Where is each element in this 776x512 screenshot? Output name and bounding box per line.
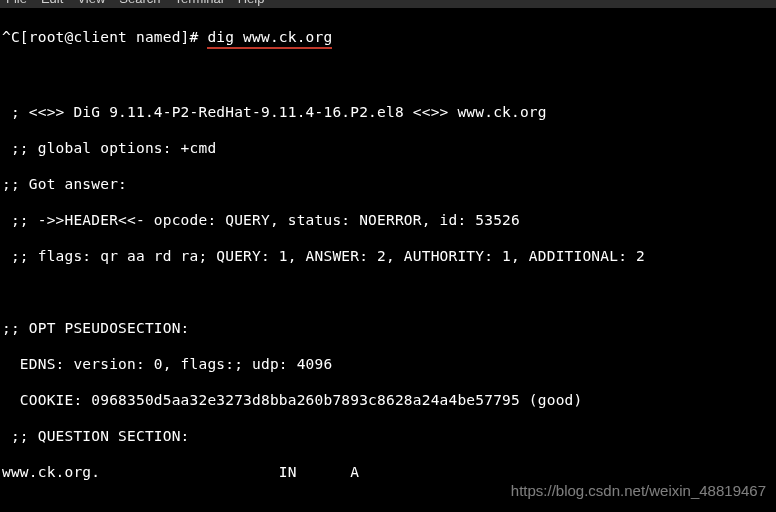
menu-terminal[interactable]: Terminal (175, 0, 224, 8)
output-line: ;; QUESTION SECTION: (2, 427, 776, 445)
output-line: EDNS: version: 0, flags:; udp: 4096 (2, 355, 776, 373)
blank-line (2, 499, 776, 512)
output-line: ;; global options: +cmd (2, 139, 776, 157)
menu-edit[interactable]: Edit (41, 0, 63, 8)
menu-help[interactable]: Help (238, 0, 265, 8)
prompt-prefix: ^C[root@client named]# (2, 28, 207, 49)
watermark-text: https://blog.csdn.net/weixin_48819467 (511, 482, 766, 500)
output-line: ;; Got answer: (2, 175, 776, 193)
blank-line (2, 67, 776, 85)
output-line: ;; flags: qr aa rd ra; QUERY: 1, ANSWER:… (2, 247, 776, 265)
menu-file[interactable]: File (6, 0, 27, 8)
output-line: ;; OPT PSEUDOSECTION: (2, 319, 776, 337)
output-line: ; <<>> DiG 9.11.4-P2-RedHat-9.11.4-16.P2… (2, 103, 776, 121)
terminal-area[interactable]: ^C[root@client named]# dig www.ck.org ; … (0, 8, 776, 512)
menu-bar: File Edit View Search Terminal Help (0, 0, 776, 8)
command-text: dig www.ck.org (207, 28, 332, 49)
menu-search[interactable]: Search (119, 0, 160, 8)
menu-view[interactable]: View (77, 0, 105, 8)
output-line: COOKIE: 0968350d5aa32e3273d8bba260b7893c… (2, 391, 776, 409)
blank-line (2, 283, 776, 301)
output-line: ;; ->>HEADER<<- opcode: QUERY, status: N… (2, 211, 776, 229)
output-line: www.ck.org. IN A (2, 463, 776, 481)
prompt-line: ^C[root@client named]# dig www.ck.org (2, 28, 776, 49)
